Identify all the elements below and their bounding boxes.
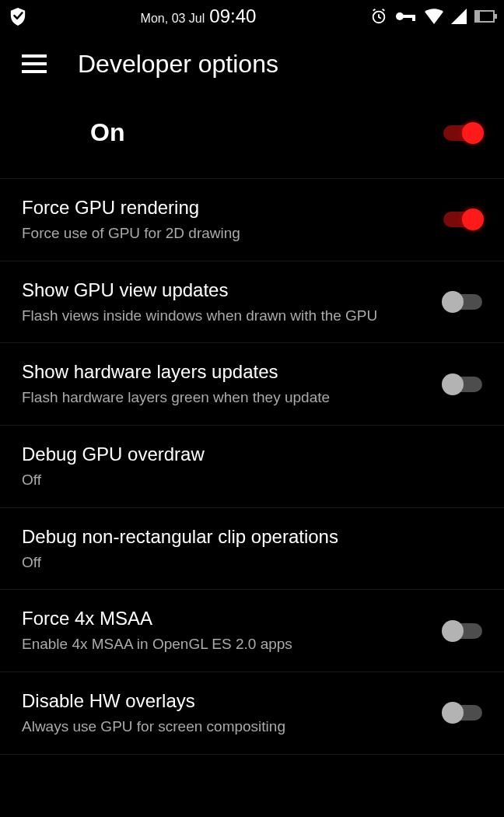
- setting-title: Show hardware layers updates: [22, 360, 428, 384]
- master-toggle-row[interactable]: On: [0, 95, 504, 178]
- alarm-icon: [370, 8, 387, 25]
- master-toggle-switch[interactable]: [443, 125, 482, 141]
- setting-switch[interactable]: [443, 212, 482, 227]
- setting-switch[interactable]: [443, 294, 482, 310]
- setting-show-hardware-layers-updates[interactable]: Show hardware layers updates Flash hardw…: [0, 342, 504, 425]
- status-bar: Mon, 03 Jul 09:40: [0, 0, 504, 33]
- wifi-icon: [425, 9, 443, 24]
- app-bar: Developer options: [0, 33, 504, 95]
- setting-title: Disable HW overlays: [22, 689, 428, 713]
- setting-show-gpu-view-updates[interactable]: Show GPU view updates Flash views inside…: [0, 261, 504, 343]
- battery-icon: 22: [474, 10, 495, 23]
- setting-switch[interactable]: [443, 377, 482, 392]
- setting-force-4x-msaa[interactable]: Force 4x MSAA Enable 4x MSAA in OpenGL E…: [0, 589, 504, 671]
- battery-percent: 22: [483, 12, 492, 21]
- setting-sub: Flash hardware layers green when they up…: [22, 388, 428, 408]
- setting-switch[interactable]: [443, 705, 482, 721]
- setting-switch[interactable]: [443, 623, 482, 639]
- menu-icon[interactable]: [22, 54, 47, 73]
- shield-check-icon: [9, 7, 26, 26]
- cell-signal-icon: [451, 9, 467, 24]
- setting-sub: Off: [22, 553, 467, 573]
- setting-sub: Always use GPU for screen compositing: [22, 717, 428, 737]
- setting-disable-hw-overlays[interactable]: Disable HW overlays Always use GPU for s…: [0, 671, 504, 755]
- status-time: 09:40: [209, 5, 256, 27]
- setting-title: Debug GPU overdraw: [22, 443, 467, 466]
- setting-sub: Enable 4x MSAA in OpenGL ES 2.0 apps: [22, 635, 428, 654]
- svg-rect-3: [412, 15, 415, 21]
- setting-sub: Off: [22, 471, 467, 490]
- status-date: Mon, 03 Jul: [141, 12, 205, 26]
- page-title: Developer options: [78, 50, 278, 79]
- svg-point-1: [396, 12, 404, 20]
- settings-list: Force GPU rendering Force use of GPU for…: [0, 178, 504, 755]
- setting-title: Force 4x MSAA: [22, 607, 428, 630]
- setting-sub: Force use of GPU for 2D drawing: [22, 224, 428, 244]
- setting-title: Debug non-rectangular clip operations: [22, 525, 467, 549]
- setting-debug-non-rectangular-clip[interactable]: Debug non-rectangular clip operations Of…: [0, 507, 504, 590]
- master-toggle-label: On: [90, 118, 443, 147]
- setting-debug-gpu-overdraw[interactable]: Debug GPU overdraw Off: [0, 425, 504, 507]
- setting-force-gpu-rendering[interactable]: Force GPU rendering Force use of GPU for…: [0, 178, 504, 261]
- setting-title: Show GPU view updates: [22, 279, 428, 302]
- setting-title: Force GPU rendering: [22, 196, 428, 219]
- vpn-key-icon: [395, 10, 417, 23]
- setting-sub: Flash views inside windows when drawn wi…: [22, 307, 428, 326]
